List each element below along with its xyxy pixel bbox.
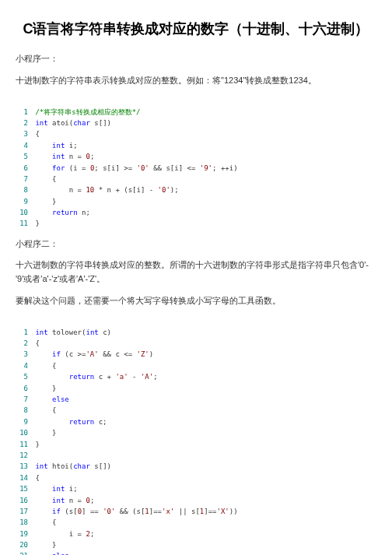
page-title: C语言将字符串转换成对应的数字（十进制、十六进制） bbox=[16, 19, 376, 38]
code-block-2: 1 int tolower(int c) 2 { 3 if (c >='A' &… bbox=[16, 315, 376, 555]
section1-label: 小程序一： bbox=[16, 52, 376, 66]
section2-label: 小程序二： bbox=[16, 237, 376, 251]
section1-desc: 十进制数字的字符串表示转换成对应的整数。例如：将"1234"转换成整数1234。 bbox=[16, 74, 376, 88]
section2-desc: 十六进制数的字符串转换成对应的整数。所谓的十六进制数的字符串形式是指字符串只包含… bbox=[16, 258, 376, 286]
section2-desc2: 要解决这个问题，还需要一个将大写字母转换成小写字母的工具函数。 bbox=[16, 294, 376, 308]
code-block-1: 1 /*将字符串s转换成相应的整数*/ 2 int atoi(char s[])… bbox=[16, 95, 376, 230]
